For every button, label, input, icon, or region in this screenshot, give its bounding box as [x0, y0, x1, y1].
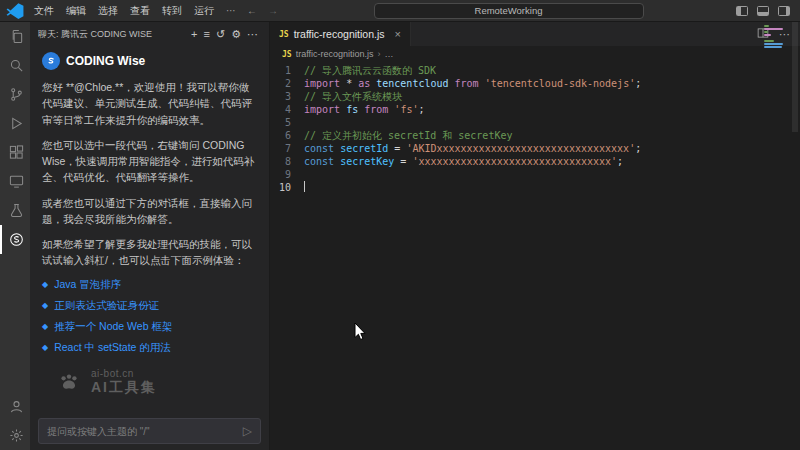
activity-run-debug-icon[interactable]: [0, 109, 30, 138]
activity-coding-wise-icon[interactable]: [0, 225, 30, 254]
main-row: 聊天: 腾讯云 CODING WISE + ≡ ↺ ⚙ ⋯ CODING Wis…: [0, 22, 800, 450]
gem-icon: ◆: [42, 301, 48, 310]
editor-scrollbar[interactable]: [790, 22, 800, 450]
code-line-1[interactable]: 1// 导入腾讯云云函数的 SDK: [270, 64, 800, 77]
send-icon[interactable]: ▷: [243, 425, 252, 437]
line-number: 1: [270, 64, 304, 77]
gem-icon: ◆: [42, 280, 48, 289]
example-label: Java 冒泡排序: [54, 278, 121, 292]
history-icon[interactable]: ↺: [213, 29, 228, 40]
menu-overflow-icon[interactable]: ⋯: [221, 5, 241, 16]
code-line-10[interactable]: 10: [270, 181, 800, 194]
breadcrumb-file: traffic-recognition.js: [296, 49, 374, 59]
chat-examples: ◆Java 冒泡排序◆正则表达式验证身份证◆推荐一个 Node Web 框架◆R…: [42, 278, 257, 355]
example-link[interactable]: ◆推荐一个 Node Web 框架: [42, 320, 257, 334]
settings-gear-icon[interactable]: ⚙: [228, 29, 244, 40]
menu-item-选择[interactable]: 选择: [92, 2, 124, 20]
menu-item-编辑[interactable]: 编辑: [60, 2, 92, 20]
editor-area: JS traffic-recognition.js × ⋯ JS traffic…: [270, 22, 800, 450]
line-number: 2: [270, 77, 304, 90]
js-file-icon: JS: [282, 50, 292, 59]
code-line-4[interactable]: 4import fs from 'fs';: [270, 103, 800, 116]
activity-extensions-icon[interactable]: [0, 138, 30, 167]
breadcrumb-more[interactable]: …: [385, 49, 394, 59]
activity-settings-icon[interactable]: [0, 421, 30, 450]
js-file-icon: JS: [279, 30, 289, 39]
chat-input-box: ▷: [38, 418, 261, 444]
gem-icon: ◆: [42, 322, 48, 331]
example-link[interactable]: ◆Java 冒泡排序: [42, 278, 257, 292]
window-layout-controls: [736, 6, 790, 16]
watermark-name: AI工具集: [91, 379, 157, 397]
activity-bar: [0, 22, 30, 450]
more-actions-icon[interactable]: ⋯: [244, 29, 261, 40]
line-content: const secretKey = 'xxxxxxxxxxxxxxxxxxxxx…: [304, 155, 623, 168]
line-number: 4: [270, 103, 304, 116]
tab-bar: JS traffic-recognition.js × ⋯: [270, 22, 800, 46]
code-line-3[interactable]: 3// 导入文件系统模块: [270, 90, 800, 103]
forward-icon[interactable]: →: [263, 5, 283, 16]
code-line-6[interactable]: 6// 定义并初始化 secretId 和 secretKey: [270, 129, 800, 142]
code-line-9[interactable]: 9: [270, 168, 800, 181]
editor-caret: [304, 181, 305, 192]
chat-paragraph: 您也可以选中一段代码，右键询问 CODING Wise，快速调用常用智能指令，进…: [42, 137, 257, 186]
code-line-8[interactable]: 8const secretKey = 'xxxxxxxxxxxxxxxxxxxx…: [270, 155, 800, 168]
code-line-5[interactable]: 5: [270, 116, 800, 129]
example-label: 推荐一个 Node Web 框架: [54, 320, 172, 334]
watermark-text: ai-bot.cn AI工具集: [91, 368, 157, 397]
line-content: // 导入文件系统模块: [304, 90, 402, 103]
chat-content: CODING Wise 您好 **@Chloe.**，欢迎使用！我可以帮你做代码…: [30, 46, 269, 450]
line-number: 9: [270, 168, 304, 181]
activity-bottom-group: [0, 392, 30, 450]
line-number: 7: [270, 142, 304, 155]
scrollbar-thumb[interactable]: [792, 22, 798, 132]
line-content: import * as tencentcloud from 'tencentcl…: [304, 77, 641, 90]
example-link[interactable]: ◆正则表达式验证身份证: [42, 299, 257, 313]
activity-remote-icon[interactable]: [0, 167, 30, 196]
line-number: 6: [270, 129, 304, 142]
menu-item-查看[interactable]: 查看: [124, 2, 156, 20]
line-content: [304, 181, 305, 194]
line-content: // 定义并初始化 secretId 和 secretKey: [304, 129, 512, 142]
line-number: 3: [270, 90, 304, 103]
chat-input[interactable]: [47, 426, 237, 437]
example-link[interactable]: ◆React 中 setState 的用法: [42, 341, 257, 355]
activity-top-group: [0, 22, 30, 254]
menu-item-文件[interactable]: 文件: [28, 2, 60, 20]
vscode-window: 文件编辑选择查看转到运行 ⋯ ← → RemoteWorking 聊天: 腾讯云…: [0, 0, 800, 450]
chat-sidebar: 聊天: 腾讯云 CODING WISE + ≡ ↺ ⚙ ⋯ CODING Wis…: [30, 22, 270, 450]
code-editor[interactable]: 1// 导入腾讯云云函数的 SDK2import * as tencentclo…: [270, 62, 800, 450]
chat-list-icon[interactable]: ≡: [200, 29, 212, 40]
vscode-logo-icon: [6, 3, 24, 19]
minimap[interactable]: [764, 25, 786, 54]
code-line-2[interactable]: 2import * as tencentcloud from 'tencentc…: [270, 77, 800, 90]
example-label: React 中 setState 的用法: [54, 341, 171, 355]
menu-bar: 文件编辑选择查看转到运行: [28, 2, 220, 20]
line-content: // 导入腾讯云云函数的 SDK: [304, 64, 436, 77]
breadcrumb[interactable]: JS traffic-recognition.js › …: [270, 46, 800, 62]
back-icon[interactable]: ←: [242, 5, 262, 16]
ai-bot-paw-icon: [56, 369, 82, 395]
new-chat-icon[interactable]: +: [188, 29, 200, 40]
chat-paragraph: 您好 **@Chloe.**，欢迎使用！我可以帮你做代码建议、单元测试生成、代码…: [42, 79, 257, 128]
chat-sidebar-header: 聊天: 腾讯云 CODING WISE + ≡ ↺ ⚙ ⋯: [30, 22, 269, 46]
search-text: RemoteWorking: [475, 5, 543, 16]
activity-source-control-icon[interactable]: [0, 80, 30, 109]
watermark-site: ai-bot.cn: [91, 368, 157, 379]
toggle-sidebar-icon[interactable]: [736, 6, 748, 16]
command-center-search[interactable]: RemoteWorking: [374, 3, 644, 19]
chat-paragraphs: 您好 **@Chloe.**，欢迎使用！我可以帮你做代码建议、单元测试生成、代码…: [42, 79, 257, 269]
activity-account-icon[interactable]: [0, 392, 30, 421]
tab-close-icon[interactable]: ×: [395, 28, 401, 40]
activity-search-icon[interactable]: [0, 51, 30, 80]
title-bar: 文件编辑选择查看转到运行 ⋯ ← → RemoteWorking: [0, 0, 800, 22]
menu-item-转到[interactable]: 转到: [156, 2, 188, 20]
customize-layout-icon[interactable]: [778, 6, 790, 16]
activity-testing-icon[interactable]: [0, 196, 30, 225]
activity-explorer-icon[interactable]: [0, 22, 30, 51]
menu-item-运行[interactable]: 运行: [188, 2, 220, 20]
toggle-panel-icon[interactable]: [757, 6, 769, 16]
tab-traffic-recognition[interactable]: JS traffic-recognition.js ×: [270, 22, 411, 46]
example-label: 正则表达式验证身份证: [54, 299, 159, 313]
code-line-7[interactable]: 7const secretId = 'AKIDxxxxxxxxxxxxxxxxx…: [270, 142, 800, 155]
